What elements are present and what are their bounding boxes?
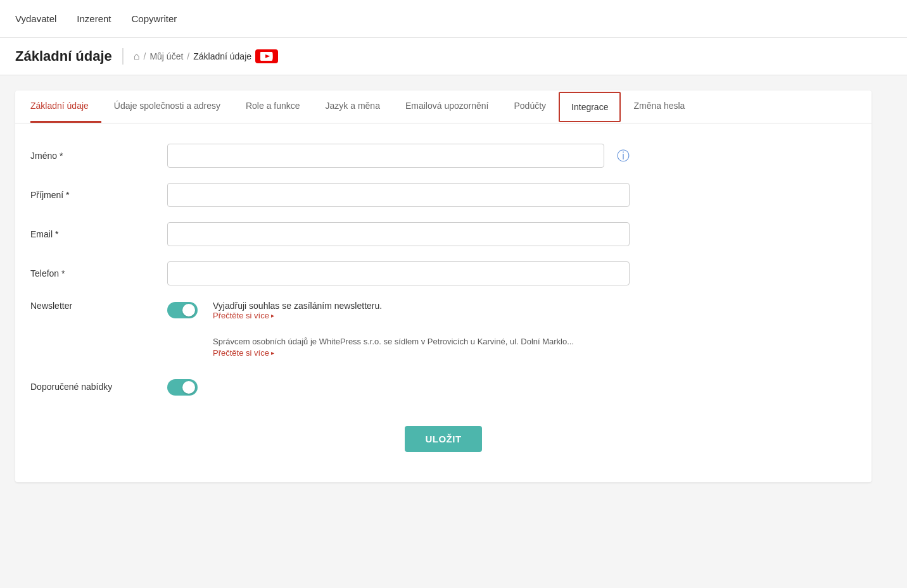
tab-role-a-funkce[interactable]: Role a funkce	[233, 91, 313, 123]
email-row: Email *	[30, 222, 856, 246]
page-header: Základní údaje ⌂ / Můj účet / Základní ú…	[0, 38, 907, 75]
form-area: Jméno * ⓘ Příjmení * Email *	[15, 123, 872, 482]
newsletter-label: Newsletter	[30, 301, 157, 311]
help-icon[interactable]: ⓘ	[617, 147, 630, 165]
breadcrumb: ⌂ / Můj účet / Základní údaje	[134, 49, 278, 63]
prijmeni-row: Příjmení *	[30, 183, 856, 207]
newsletter-gdpr: Správcem osobních údajů je WhitePress s.…	[213, 335, 574, 348]
doporucene-toggle-wrap	[167, 378, 737, 396]
telefon-label: Telefon *	[30, 268, 157, 278]
email-label: Email *	[30, 229, 157, 239]
telefon-input-wrap	[167, 261, 630, 285]
tab-poducty[interactable]: Podúčty	[501, 91, 559, 123]
tabs-container: Základní údaje Údaje společnosti a adres…	[15, 91, 872, 123]
save-button[interactable]: ULOŽIT	[405, 426, 481, 452]
newsletter-description: Vyjadřuji souhlas se zasíláním newslette…	[213, 301, 574, 311]
jmeno-input[interactable]	[167, 144, 604, 168]
card: Základní údaje Údaje společnosti a adres…	[15, 91, 872, 482]
youtube-button[interactable]	[255, 49, 278, 63]
email-input-wrap	[167, 222, 630, 246]
prijmeni-input-wrap	[167, 183, 630, 207]
top-nav: Vydavatel Inzerent Copywriter	[0, 0, 907, 38]
telefon-input[interactable]	[167, 261, 630, 285]
newsletter-toggle-wrap: Vyjadřuji souhlas se zasíláním newslette…	[167, 301, 737, 358]
jmeno-label: Jméno *	[30, 151, 157, 161]
breadcrumb-current: Základní údaje	[193, 51, 251, 61]
page-title: Základní údaje	[15, 48, 124, 65]
breadcrumb-muj-ucet[interactable]: Můj účet	[149, 51, 183, 61]
newsletter-row: Newsletter Vyjadřuji souhlas se zasílání…	[30, 301, 856, 358]
jmeno-input-wrap: ⓘ	[167, 144, 630, 168]
nav-item-copywriter[interactable]: Copywriter	[132, 11, 177, 27]
tab-integrace[interactable]: Integrace	[559, 92, 621, 122]
arrow-icon-1: ▸	[271, 312, 274, 319]
newsletter-read-more-2[interactable]: Přečtěte si více ▸	[213, 348, 574, 358]
tab-emailova-upozorneni[interactable]: Emailová upozornění	[393, 91, 502, 123]
newsletter-toggle[interactable]	[167, 302, 198, 318]
home-icon[interactable]: ⌂	[134, 51, 140, 62]
tab-jazyk-a-mena[interactable]: Jazyk a měna	[313, 91, 393, 123]
breadcrumb-sep2: /	[187, 51, 189, 61]
doporucene-toggle[interactable]	[167, 379, 198, 396]
jmeno-row: Jméno * ⓘ	[30, 144, 856, 168]
doporucene-slider	[167, 379, 198, 396]
breadcrumb-sep1: /	[144, 51, 146, 61]
doporucene-nabidky-label: Doporučené nabídky	[30, 382, 157, 392]
newsletter-slider	[167, 302, 198, 318]
prijmeni-input[interactable]	[167, 183, 630, 207]
email-input[interactable]	[167, 222, 630, 246]
telefon-row: Telefon *	[30, 261, 856, 285]
newsletter-content: Vyjadřuji souhlas se zasíláním newslette…	[213, 301, 574, 358]
prijmeni-label: Příjmení *	[30, 190, 157, 200]
tab-udaje-spolecnosti[interactable]: Údaje společnosti a adresy	[101, 91, 233, 123]
arrow-icon-2: ▸	[271, 349, 274, 356]
main-content: Základní údaje Údaje společnosti a adres…	[0, 75, 887, 497]
tab-zakladni-udaje[interactable]: Základní údaje	[30, 91, 101, 123]
save-row: ULOŽIT	[30, 411, 856, 462]
tab-zmena-hesla[interactable]: Změna hesla	[621, 91, 697, 123]
nav-item-inzerent[interactable]: Inzerent	[77, 11, 111, 27]
newsletter-read-more-1[interactable]: Přečtěte si více ▸	[213, 311, 574, 320]
nav-item-vydavatel[interactable]: Vydavatel	[15, 11, 56, 27]
doporucene-nabidky-row: Doporučené nabídky	[30, 378, 856, 396]
